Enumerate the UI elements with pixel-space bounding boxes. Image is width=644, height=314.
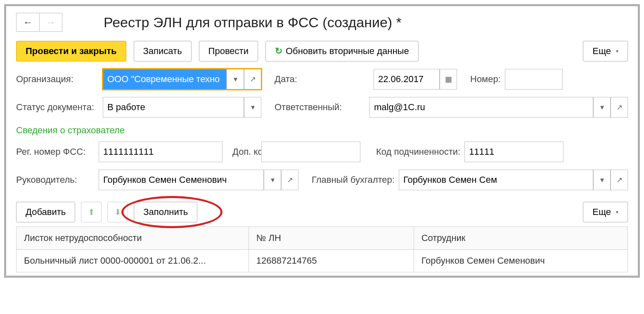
manager-label: Руководитель: <box>16 175 95 185</box>
refresh-icon: ↻ <box>275 46 282 57</box>
chevron-down-icon: ▾ <box>600 103 604 112</box>
responsible-label: Ответственный: <box>275 102 365 113</box>
refresh-label: Обновить вторичные данные <box>286 46 409 57</box>
reg-input[interactable] <box>99 142 223 162</box>
date-input[interactable] <box>374 69 440 90</box>
table-header-row: Листок нетрудоспособности № ЛН Сотрудник <box>17 227 628 250</box>
number-input[interactable] <box>505 69 563 90</box>
manager-input[interactable] <box>99 170 264 190</box>
table-more-button[interactable]: Еще ▾ <box>583 202 628 222</box>
status-input-group: ▾ <box>103 97 261 118</box>
table-toolbar: Добавить ⬆ ⬇ Заполнить Еще ▾ <box>6 198 638 227</box>
nav-buttons: ← → <box>16 13 62 32</box>
date-label: Дата: <box>275 74 308 85</box>
main-toolbar: Провести и закрыть Записать Провести ↻ О… <box>6 36 638 69</box>
insurer-section-title: Сведения о страхователе <box>6 125 638 136</box>
col-ln-number[interactable]: № ЛН <box>249 227 414 250</box>
page-title: Реестр ЭЛН для отправки в ФСС (создание)… <box>104 14 402 31</box>
status-input[interactable] <box>103 97 244 118</box>
post-button[interactable]: Провести <box>199 41 258 61</box>
more-label: Еще <box>592 46 611 57</box>
org-dropdown-button[interactable]: ▾ <box>227 69 244 90</box>
org-input[interactable] <box>103 69 227 90</box>
accountant-label: Главный бухгалтер: <box>312 175 395 185</box>
accountant-open-button[interactable]: ↗ <box>611 170 628 190</box>
add-button[interactable]: Добавить <box>16 202 75 222</box>
manager-input-group: ▾ ↗ <box>99 170 298 190</box>
calendar-icon: ▦ <box>445 75 452 84</box>
status-label: Статус документа: <box>16 102 99 113</box>
arrow-left-icon: ← <box>23 17 33 28</box>
chevron-down-icon: ▾ <box>234 75 237 84</box>
org-input-group: ▾ ↗ <box>103 69 261 90</box>
move-up-button[interactable]: ⬆ <box>81 202 102 222</box>
reg-label: Рег. номер ФСС: <box>16 146 95 157</box>
responsible-dropdown-button[interactable]: ▾ <box>593 97 611 118</box>
date-input-group: ▦ <box>374 69 457 90</box>
number-label: Номер: <box>470 74 501 85</box>
data-table: Листок нетрудоспособности № ЛН Сотрудник… <box>16 227 628 272</box>
refresh-button[interactable]: ↻ Обновить вторичные данные <box>265 41 419 61</box>
post-and-close-button[interactable]: Провести и закрыть <box>16 41 126 61</box>
accountant-input-group: ▾ ↗ <box>399 170 628 190</box>
accountant-dropdown-button[interactable]: ▾ <box>593 170 611 190</box>
fill-button[interactable]: Заполнить <box>134 202 197 222</box>
table-row[interactable]: Больничный лист 0000-000001 от 21.06.2..… <box>17 250 628 272</box>
responsible-input-group: ▾ ↗ <box>369 97 628 118</box>
org-label: Организация: <box>16 74 99 85</box>
insurer-section: Рег. номер ФСС: Доп. код: Код подчиненно… <box>6 142 638 190</box>
cell-ln-number: 126887214765 <box>249 250 414 272</box>
manager-dropdown-button[interactable]: ▾ <box>264 170 281 190</box>
cell-employee: Горбунков Семен Семенович <box>414 250 627 272</box>
cell-sick-leave: Больничный лист 0000-000001 от 21.06.2..… <box>17 250 249 272</box>
col-sick-leave[interactable]: Листок нетрудоспособности <box>17 227 249 250</box>
dop-label: Доп. код: <box>232 146 257 157</box>
date-picker-button[interactable]: ▦ <box>440 69 457 90</box>
table-wrap: Листок нетрудоспособности № ЛН Сотрудник… <box>6 227 638 272</box>
col-employee[interactable]: Сотрудник <box>414 227 627 250</box>
arrow-right-icon: → <box>46 17 56 28</box>
save-button[interactable]: Записать <box>134 41 192 61</box>
arrow-up-icon: ⬆ <box>88 207 95 217</box>
open-icon: ↗ <box>616 175 623 184</box>
manager-open-button[interactable]: ↗ <box>281 170 298 190</box>
back-button[interactable]: ← <box>16 13 39 32</box>
move-down-button[interactable]: ⬇ <box>107 202 128 222</box>
more-label: Еще <box>592 207 611 217</box>
chevron-down-icon: ▾ <box>616 209 618 215</box>
chevron-down-icon: ▾ <box>616 48 618 54</box>
chevron-down-icon: ▾ <box>271 175 275 184</box>
responsible-input[interactable] <box>369 97 593 118</box>
open-icon: ↗ <box>616 103 623 112</box>
header: ← → Реестр ЭЛН для отправки в ФСС (созда… <box>6 6 638 36</box>
more-button[interactable]: Еще ▾ <box>583 41 628 61</box>
status-dropdown-button[interactable]: ▾ <box>244 97 261 118</box>
org-open-button[interactable]: ↗ <box>244 69 261 90</box>
responsible-open-button[interactable]: ↗ <box>611 97 628 118</box>
chevron-down-icon: ▾ <box>251 103 255 112</box>
forward-button[interactable]: → <box>39 13 62 32</box>
fill-button-wrap: Заполнить <box>134 202 197 222</box>
chevron-down-icon: ▾ <box>600 175 604 184</box>
sub-input[interactable] <box>464 142 564 162</box>
open-icon: ↗ <box>250 75 256 84</box>
dop-input[interactable] <box>261 142 360 162</box>
window-frame: ← → Реестр ЭЛН для отправки в ФСС (созда… <box>4 4 640 278</box>
form-section: Организация: ▾ ↗ Дата: ▦ Номер: Статус д… <box>6 69 638 118</box>
arrow-down-icon: ⬇ <box>114 207 121 217</box>
open-icon: ↗ <box>287 175 293 184</box>
sub-label: Код подчиненности: <box>376 146 460 157</box>
accountant-input[interactable] <box>399 170 593 190</box>
